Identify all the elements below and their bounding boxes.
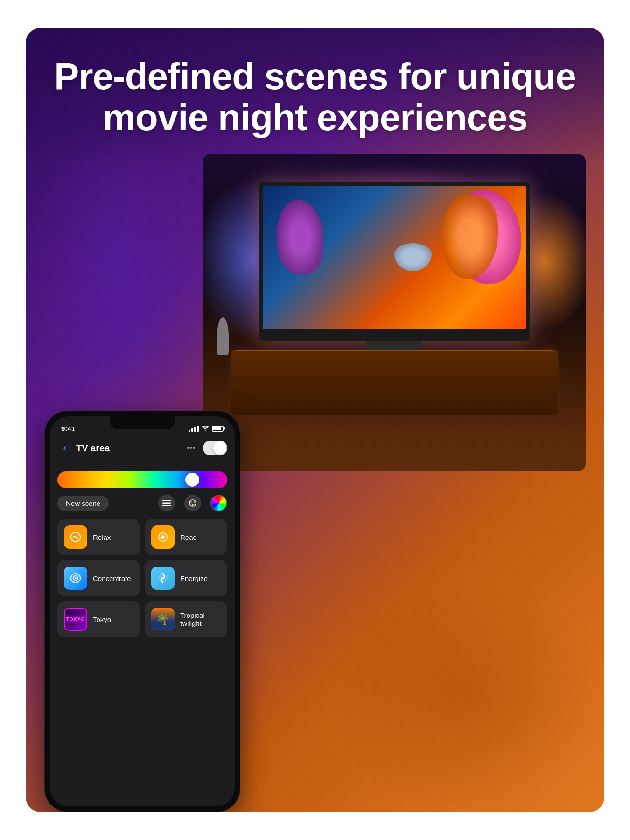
page-container: Pre-defined scenes for unique movie nigh… — [0, 0, 630, 840]
list-icon — [162, 500, 171, 506]
battery-icon — [212, 426, 224, 432]
back-button[interactable]: ‹ — [57, 441, 72, 455]
toolbar-icons — [158, 495, 227, 511]
room-toggle[interactable] — [203, 441, 227, 455]
bg-glow-left — [26, 121, 212, 448]
scenes-grid: Relax Read — [57, 519, 227, 637]
heading-line1: Pre-defined scenes for unique — [54, 56, 576, 97]
floor-glow — [203, 415, 586, 471]
header-right: ••• — [183, 441, 227, 455]
gradient-thumb — [185, 473, 199, 487]
scene-label-energize: Energize — [180, 574, 208, 582]
signal-bar-4 — [197, 426, 199, 432]
color-wheel-button[interactable] — [210, 495, 227, 511]
signal-bar-2 — [191, 428, 193, 432]
scene-icon-energize — [151, 567, 175, 590]
phone-header: ‹ TV area ••• — [50, 437, 235, 460]
main-card: Pre-defined scenes for unique movie nigh… — [26, 28, 604, 812]
tv-room-scene — [203, 154, 586, 471]
phone-notch — [110, 416, 175, 429]
scene-item-tokyo[interactable]: TOKYO Tokyo — [57, 601, 140, 637]
bird-statue — [217, 317, 229, 355]
header-left: ‹ TV area — [57, 441, 110, 455]
scene-item-energize[interactable]: Energize — [145, 560, 227, 596]
signal-bar-3 — [194, 427, 196, 432]
heading-line2: movie night experiences — [103, 97, 528, 138]
scene-label-relax: Relax — [93, 533, 111, 541]
bg-glow-bottom-right — [324, 579, 604, 812]
list-view-button[interactable] — [158, 495, 175, 511]
tropical-palm-icon: 🌴 — [156, 613, 170, 626]
wifi-icon — [202, 426, 209, 431]
scene-label-tropical-twilight: Tropical twilight — [180, 611, 221, 627]
tv-screen-container — [259, 182, 530, 341]
toggle-thumb — [213, 441, 226, 455]
back-chevron-icon: ‹ — [63, 442, 66, 454]
new-scene-button[interactable]: New scene — [57, 496, 109, 511]
svg-point-6 — [192, 504, 194, 506]
palette-icon — [189, 499, 197, 507]
scene-icon-read — [151, 525, 175, 549]
svg-point-12 — [75, 577, 77, 579]
scene-item-tropical-twilight[interactable]: 🌴 Tropical twilight — [145, 601, 227, 637]
scene-icon-concentrate — [64, 567, 87, 590]
status-time: 9:41 — [61, 425, 75, 433]
gradient-track — [57, 471, 227, 488]
heading-text: Pre-defined scenes for unique movie nigh… — [26, 56, 604, 138]
scene-item-concentrate[interactable]: Concentrate — [57, 560, 140, 596]
scene-label-tokyo: Tokyo — [93, 616, 111, 623]
more-dots-icon: ••• — [187, 443, 196, 453]
svg-point-9 — [161, 535, 165, 539]
svg-point-5 — [194, 501, 196, 503]
tv-cabinet — [231, 350, 558, 415]
phone-screen: 9:41 — [50, 416, 235, 806]
palette-button[interactable] — [184, 495, 201, 511]
battery-fill — [213, 427, 221, 430]
svg-rect-0 — [162, 500, 171, 501]
svg-rect-1 — [162, 503, 171, 504]
signal-bars-icon — [189, 426, 199, 432]
phone-frame: 9:41 — [44, 411, 240, 812]
scene-label-read: Read — [180, 533, 197, 541]
tv-screen — [263, 186, 526, 329]
tv-room-background — [203, 154, 586, 471]
signal-bar-1 — [189, 430, 190, 432]
bottom-fade — [50, 760, 235, 806]
tv-frame — [259, 182, 530, 341]
heading-area: Pre-defined scenes for unique movie nigh… — [26, 56, 604, 138]
fish-shape — [394, 243, 432, 271]
scene-item-read[interactable]: Read — [145, 519, 227, 555]
scene-icon-tokyo: TOKYO — [64, 608, 87, 631]
svg-point-4 — [190, 501, 192, 503]
scene-icon-tropical: 🌴 — [151, 608, 175, 631]
more-button[interactable]: ••• — [183, 441, 198, 455]
scene-item-relax[interactable]: Relax — [57, 519, 140, 555]
brightness-slider[interactable] — [57, 471, 227, 488]
room-title: TV area — [76, 443, 110, 454]
scene-toolbar: New scene — [57, 495, 227, 511]
coral-blob-3 — [277, 200, 323, 274]
status-icons — [189, 426, 224, 432]
scene-label-concentrate: Concentrate — [93, 574, 131, 582]
phone-container: 9:41 — [44, 411, 240, 812]
svg-rect-2 — [162, 505, 171, 506]
scene-icon-relax — [64, 525, 87, 549]
